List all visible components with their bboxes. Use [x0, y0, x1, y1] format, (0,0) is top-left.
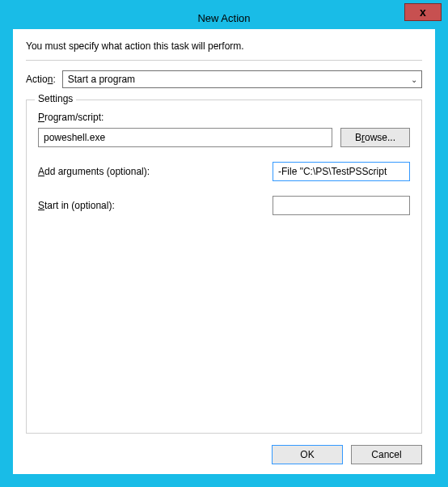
browse-button[interactable]: Browse...	[340, 128, 410, 147]
program-label-text: rogram/script:	[44, 112, 104, 123]
arguments-label-mnemonic: A	[38, 166, 44, 177]
close-button[interactable]: x	[404, 3, 442, 21]
arguments-row: Add arguments (optional):	[38, 162, 410, 181]
titlebar: New Action x	[6, 6, 442, 29]
action-select[interactable]: Start a program	[62, 70, 422, 88]
startin-input[interactable]	[273, 196, 410, 215]
settings-fieldset: Settings Program/script: Browse... Add a…	[26, 100, 422, 434]
intro-text: You must specify what action this task w…	[26, 40, 422, 52]
action-row: Action: Start a program ⌄	[26, 70, 422, 88]
program-label: Program/script:	[38, 112, 410, 123]
ok-button[interactable]: OK	[272, 445, 343, 464]
settings-legend: Settings	[35, 93, 76, 104]
button-row: OK Cancel	[26, 445, 422, 464]
action-label: Action:	[26, 74, 56, 85]
startin-row: Start in (optional):	[38, 196, 410, 215]
window-title: New Action	[197, 12, 250, 24]
arguments-label: Add arguments (optional):	[38, 166, 150, 177]
program-input[interactable]	[38, 128, 332, 147]
cancel-button[interactable]: Cancel	[351, 445, 422, 464]
close-icon: x	[420, 6, 426, 19]
startin-label-mnemonic: S	[38, 200, 44, 211]
action-label-pre: Actio	[26, 74, 48, 85]
arguments-input[interactable]	[273, 162, 410, 181]
action-label-post: :	[53, 74, 55, 85]
program-row: Browse...	[38, 128, 410, 147]
window-border: New Action x You must specify what actio…	[0, 0, 448, 487]
divider	[26, 60, 422, 61]
program-label-mnemonic: P	[38, 112, 44, 123]
arguments-label-text: dd arguments (optional):	[44, 166, 150, 177]
startin-label: Start in (optional):	[38, 200, 115, 211]
dialog-body: You must specify what action this task w…	[13, 29, 435, 474]
startin-label-text: tart in (optional):	[44, 200, 115, 211]
browse-post: owse...	[365, 132, 395, 143]
browse-pre: B	[355, 132, 361, 143]
action-select-wrapper: Start a program ⌄	[62, 70, 422, 88]
